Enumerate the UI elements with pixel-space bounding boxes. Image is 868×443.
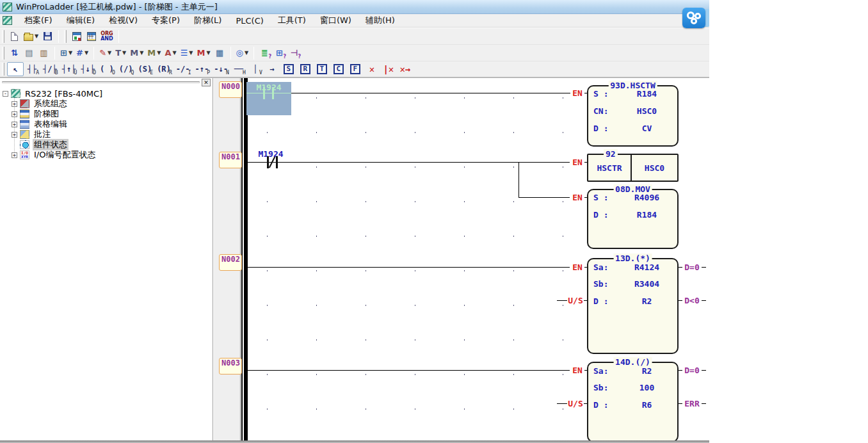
func-r-button[interactable]: R	[297, 62, 314, 76]
counter-component-button[interactable]: M▼	[128, 46, 145, 60]
new-file-button[interactable]	[7, 29, 22, 44]
tree-expander-icon[interactable]: +	[12, 152, 17, 158]
status-list-button[interactable]: ☰▼	[179, 46, 195, 60]
vline-tool-button[interactable]: │V	[247, 62, 264, 76]
ic-chip-button[interactable]: ▤	[22, 46, 36, 60]
param-value[interactable]: R4096	[622, 193, 672, 203]
branch-arrow-button[interactable]: →	[264, 62, 280, 76]
toolbar-drag-handle[interactable]	[2, 30, 4, 43]
org-and-instruction-button[interactable]: ORG AND	[99, 29, 115, 44]
invert-button[interactable]: -/-I	[173, 62, 193, 76]
tree-item-0[interactable]: -RS232 [FBs-40MC]	[0, 88, 213, 99]
menu-item-7[interactable]: 窗口(W)	[313, 13, 358, 28]
coil-reset-button[interactable]: (R)R	[154, 62, 173, 76]
save-button[interactable]	[40, 29, 55, 44]
param-value[interactable]: R3404	[622, 279, 672, 289]
func-s-button[interactable]: S	[280, 62, 297, 76]
table-edit-button[interactable]: ▦	[213, 46, 227, 60]
tree-expander-icon[interactable]: -	[3, 91, 8, 97]
zoom-find-button[interactable]: ◎▼	[234, 46, 251, 60]
overlay-cloud-app-icon[interactable]	[682, 8, 709, 28]
toolbar-drag-handle[interactable]	[2, 47, 4, 60]
toolbar-drag-handle[interactable]	[64, 30, 67, 43]
status-query-contact-button[interactable]: ⊣?	[287, 46, 301, 60]
delete-element-button[interactable]: ✕	[364, 62, 380, 76]
monitor-component-button[interactable]: M▼	[195, 46, 212, 60]
coil-out-button[interactable]: ( )O	[97, 62, 117, 76]
tree-expander-icon[interactable]: +	[12, 101, 17, 107]
project-window-button[interactable]: ⊞▼	[58, 46, 74, 60]
timer-component-button[interactable]: T▼	[113, 46, 128, 60]
param-value[interactable]: R6	[622, 400, 672, 410]
param-value[interactable]: HSC0	[622, 106, 672, 117]
param-value[interactable]: R4124	[622, 262, 672, 273]
tree-item-5[interactable]: +组件状态	[0, 140, 213, 150]
menu-item-2[interactable]: 检视(V)	[102, 13, 145, 28]
param-value[interactable]: R184	[622, 89, 672, 99]
tree-expander-icon[interactable]: +	[12, 132, 17, 138]
menu-item-5[interactable]: PLC(C)	[229, 15, 270, 27]
contact-name-m1924[interactable]: M1924	[246, 83, 291, 92]
menu-item-4[interactable]: 阶梯(L)	[187, 13, 229, 28]
ladder-window-button[interactable]	[84, 29, 99, 44]
toolbar-drag-handle[interactable]	[2, 63, 4, 76]
tree-item-6[interactable]: +I/OXYRI/O编号配置状态	[0, 150, 213, 160]
title-bar[interactable]: WinProLadder [轻工机械.pdw] - [阶梯图 - 主单元一]	[0, 0, 709, 14]
param-value[interactable]: R184	[622, 210, 672, 220]
contact-name-m1924[interactable]: M1924	[253, 149, 289, 159]
ladder-network-button[interactable]: #▼	[74, 46, 90, 60]
tree-item-1[interactable]: +系统组态	[0, 99, 213, 109]
function-block-divide[interactable]: 14D.(/) Sa:R2 Sb:100 D :R6	[587, 362, 679, 442]
menu-item-3[interactable]: 专案(P)	[145, 13, 187, 28]
delete-vline-button[interactable]: |✕	[380, 62, 397, 76]
func-t-button[interactable]: T	[314, 62, 330, 76]
tree-item-2[interactable]: +阶梯图	[0, 109, 213, 119]
coil-not-button[interactable]: (/)Q	[117, 62, 136, 76]
tree-item-4[interactable]: +批注	[0, 129, 213, 140]
status-query-green-button[interactable]: ≣?	[257, 46, 272, 60]
param-value[interactable]: 100	[622, 383, 672, 393]
block-cell[interactable]: HSCTR	[588, 155, 631, 181]
contact-no-button[interactable]: ┤├A	[24, 62, 40, 76]
hline-tool-button[interactable]: ──H	[230, 62, 247, 76]
menu-item-0[interactable]: 档案(F)	[17, 13, 60, 28]
coil-set-button[interactable]: (S)E	[135, 62, 154, 76]
tree-item-3[interactable]: +表格编辑	[0, 119, 213, 129]
tree-expander-icon[interactable]: +	[12, 111, 17, 117]
menu-item-1[interactable]: 编辑(E)	[60, 13, 102, 28]
function-block-hsctw[interactable]: 93D.HSCTW S :R184 CN:HSC0 D :CV	[587, 85, 679, 147]
tree-expander-icon[interactable]: +	[12, 122, 17, 127]
status-query-ladder-button[interactable]: ⊞?	[272, 46, 287, 60]
delete-row-button[interactable]: ✕→	[397, 62, 414, 76]
block-cell[interactable]: HSC0	[632, 155, 677, 181]
pulse-rising-button[interactable]: -↑-P	[193, 62, 212, 76]
panel-grab-groove[interactable]	[2, 81, 200, 83]
edit-component-button[interactable]: ✎▼	[97, 46, 113, 60]
motor-component-button[interactable]: M▼	[145, 46, 163, 60]
io-number-convert-button[interactable]: ⇅	[7, 46, 22, 60]
param-value[interactable]: CV	[622, 124, 672, 134]
func-c-button[interactable]: C	[330, 62, 347, 76]
close-panel-button[interactable]: ✕	[202, 79, 211, 86]
function-block-mov[interactable]: 08D.MOV S :R4096 D :R184	[587, 189, 679, 249]
contact-nc-button[interactable]: ┤/├B	[40, 62, 60, 76]
menu-item-8[interactable]: 辅助(H)	[358, 13, 402, 28]
register-book-button[interactable]: ▥	[36, 46, 51, 60]
param-value[interactable]: R2	[622, 366, 672, 376]
open-file-button[interactable]: ▼	[22, 29, 40, 44]
select-pointer-button[interactable]: ↖	[7, 62, 24, 76]
func-f-button[interactable]: F	[347, 62, 364, 76]
menu-item-6[interactable]: 工具(T)	[271, 13, 313, 28]
pulse-falling-button[interactable]: -↓-N	[211, 62, 230, 76]
project-tree-window-button[interactable]	[69, 29, 84, 44]
function-block-multiply[interactable]: 13D.(*) Sa:R4124 Sb:R3404 D :R2	[587, 258, 679, 354]
analog-component-button[interactable]: A▼	[163, 46, 178, 60]
network-label-n001[interactable]: N001	[219, 152, 242, 168]
function-block-hsctr[interactable]: 92 HSCTR HSC0	[587, 154, 679, 182]
contact-rising-button[interactable]: ┤↑├U	[60, 62, 79, 76]
param-value[interactable]: R2	[622, 296, 672, 307]
contact-falling-button[interactable]: ┤↓├D	[78, 62, 97, 76]
network-label-n003[interactable]: N003	[219, 358, 242, 375]
network-label-n000[interactable]: N000	[219, 81, 242, 98]
network-label-n002[interactable]: N002	[219, 254, 242, 271]
